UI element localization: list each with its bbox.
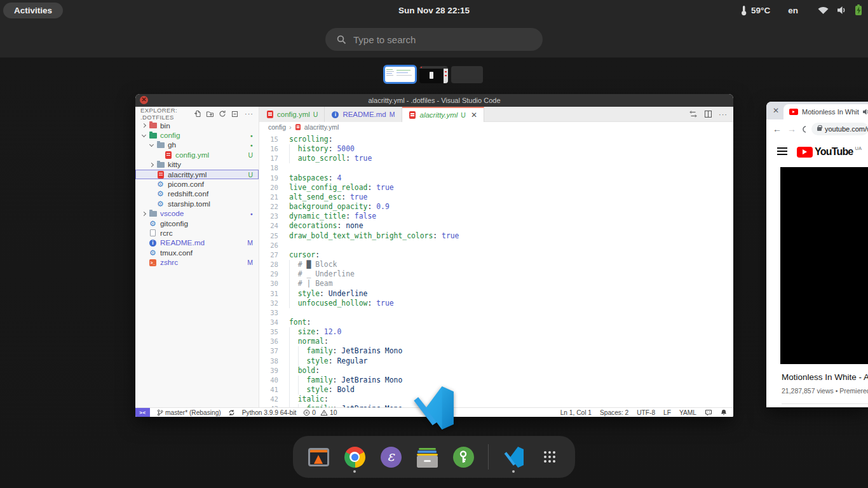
breadcrumb[interactable]: config › alacritty.yml bbox=[259, 122, 733, 132]
reload-button[interactable] bbox=[802, 125, 806, 133]
split-editor-icon[interactable] bbox=[704, 110, 712, 118]
top-bar: Activities Sun Nov 28 22:15 59°C en bbox=[0, 0, 868, 20]
window-close-button[interactable]: ✕ bbox=[140, 96, 148, 104]
dock-item-chrome[interactable] bbox=[342, 440, 367, 473]
dock-item-emacs[interactable]: ε bbox=[378, 440, 403, 473]
code-editor[interactable]: 15scrolling:16 history: 500017 auto_scro… bbox=[259, 132, 733, 407]
chrome-active-tab[interactable]: Motionless In White - bbox=[783, 104, 868, 119]
dock-divider bbox=[488, 444, 489, 470]
youtube-menu-icon[interactable] bbox=[777, 147, 787, 155]
tree-item-vscode[interactable]: vscode● bbox=[135, 209, 259, 219]
code-line-35: 35 size: 12.0 bbox=[259, 327, 733, 337]
remote-indicator[interactable]: >< bbox=[135, 408, 150, 417]
emacs-icon: ε bbox=[381, 447, 402, 468]
breadcrumb-separator: › bbox=[289, 123, 292, 131]
tree-item-rcrc[interactable]: rcrc bbox=[135, 228, 259, 238]
tab-alacritty.yml[interactable]: alacritty.ymlU✕ bbox=[402, 107, 485, 122]
editor-more-actions[interactable]: ··· bbox=[719, 111, 728, 118]
line-number: 35 bbox=[259, 327, 289, 337]
tree-item-gh[interactable]: gh● bbox=[135, 140, 259, 150]
line-number: 40 bbox=[259, 376, 289, 385]
yaml-icon bbox=[156, 170, 165, 179]
tree-item-bin[interactable]: bin bbox=[135, 121, 259, 130]
explorer-sidebar: EXPLORER: .DOTFILES ··· binconfig●gh●con… bbox=[135, 107, 259, 407]
line-number: 24 bbox=[259, 221, 289, 231]
sync-button[interactable] bbox=[228, 409, 235, 416]
video-title: Motionless In White - Anot bbox=[782, 372, 868, 382]
tree-item-zshrc[interactable]: >_zshrcM bbox=[135, 257, 259, 267]
dock-item-files[interactable] bbox=[414, 440, 440, 473]
activities-button[interactable]: Activities bbox=[3, 3, 63, 18]
workspace-thumbnail-2[interactable] bbox=[419, 66, 448, 83]
address-bar[interactable]: youtube.com/wa bbox=[811, 123, 868, 135]
code-line-28: 28 # █ Block bbox=[259, 260, 733, 269]
file-icon bbox=[149, 229, 157, 237]
code-line-33: 33 bbox=[259, 308, 733, 318]
line-number: 36 bbox=[259, 337, 289, 346]
tree-item-alacritty.yml[interactable]: alacritty.ymlU bbox=[135, 170, 259, 179]
volume-icon bbox=[837, 6, 847, 15]
tab-close-icon[interactable]: ✕ bbox=[471, 111, 477, 119]
dock-item-alacritty[interactable] bbox=[306, 440, 331, 473]
notifications-bell-icon[interactable] bbox=[721, 409, 727, 416]
problems-status[interactable]: 0 10 bbox=[303, 409, 337, 416]
running-indicator bbox=[353, 470, 356, 473]
breadcrumb-folder[interactable]: config bbox=[268, 123, 286, 131]
tree-item-tmux.conf[interactable]: ⚙tmux.conf bbox=[135, 248, 259, 257]
tree-item-config[interactable]: config● bbox=[135, 130, 259, 140]
dock-item-vscode[interactable] bbox=[501, 440, 526, 473]
feedback-icon[interactable] bbox=[705, 409, 712, 416]
tree-item-starship.toml[interactable]: ⚙starship.toml bbox=[135, 199, 259, 208]
url-text: youtube.com/wa bbox=[825, 125, 868, 133]
line-number: 33 bbox=[259, 308, 289, 318]
dock-item-passwords[interactable] bbox=[451, 440, 476, 473]
tab-label: README.md bbox=[342, 111, 386, 118]
youtube-logo[interactable]: YouTube UA bbox=[797, 146, 862, 158]
new-folder-icon[interactable] bbox=[206, 110, 214, 118]
search-icon bbox=[337, 35, 346, 44]
line-number: 15 bbox=[259, 135, 289, 144]
dock-item-app-grid[interactable] bbox=[537, 440, 562, 473]
status-eol[interactable]: LF bbox=[663, 409, 671, 416]
chevron-spacer bbox=[140, 240, 147, 247]
tree-item-gitconfig[interactable]: ⚙gitconfig bbox=[135, 219, 259, 228]
code-line-38: 38 style: Regular bbox=[259, 356, 733, 366]
open-changes-icon[interactable] bbox=[689, 110, 698, 118]
clock[interactable]: Sun Nov 28 22:15 bbox=[398, 6, 470, 15]
git-branch-status[interactable]: master* (Rebasing) bbox=[157, 409, 221, 416]
line-number: 31 bbox=[259, 289, 289, 299]
new-file-icon[interactable] bbox=[194, 110, 201, 118]
tab-config.yml[interactable]: config.ymlU bbox=[259, 107, 325, 122]
tree-item-kitty[interactable]: kitty bbox=[135, 160, 259, 170]
tab-README.md[interactable]: iREADME.mdM bbox=[325, 107, 402, 122]
tab-audio-icon[interactable] bbox=[863, 109, 868, 115]
search-input[interactable]: Type to search bbox=[325, 28, 543, 51]
other-tab-close-icon[interactable]: ✕ bbox=[773, 107, 779, 114]
tree-item-README.md[interactable]: iREADME.mdM bbox=[135, 238, 259, 248]
tree-item-redshift.conf[interactable]: ⚙redshift.conf bbox=[135, 189, 259, 199]
tree-item-label: redshift.conf bbox=[168, 189, 208, 198]
folder-icon bbox=[156, 141, 165, 149]
vscode-titlebar[interactable]: ✕ alacritty.yml - .dotfiles - Visual Stu… bbox=[135, 94, 733, 107]
status-language-mode[interactable]: YAML bbox=[679, 409, 696, 416]
workspace-thumbnail-1[interactable] bbox=[383, 65, 417, 84]
status-encoding[interactable]: UTF-8 bbox=[637, 409, 655, 416]
tree-item-picom.conf[interactable]: ⚙picom.conf bbox=[135, 179, 259, 189]
forward-button[interactable]: → bbox=[787, 124, 796, 134]
code-line-19: 19tabspaces: 4 bbox=[259, 173, 733, 183]
vscode-logo-large[interactable] bbox=[412, 386, 455, 430]
back-button[interactable]: ← bbox=[773, 124, 782, 134]
refresh-icon[interactable] bbox=[219, 110, 226, 118]
python-interpreter-status[interactable]: Python 3.9.9 64-bit bbox=[242, 409, 297, 416]
system-status-area[interactable]: 59°C en bbox=[740, 5, 862, 16]
collapse-folders-icon[interactable] bbox=[231, 110, 238, 118]
workspace-thumbnail-3[interactable] bbox=[451, 66, 483, 83]
breadcrumb-file[interactable]: alacritty.yml bbox=[304, 123, 339, 131]
tree-item-config.yml[interactable]: config.ymlU bbox=[135, 150, 259, 159]
status-indentation[interactable]: Spaces: 2 bbox=[600, 409, 628, 416]
temperature-label: 59°C bbox=[751, 6, 770, 15]
status-cursor-position[interactable]: Ln 1, Col 1 bbox=[560, 409, 592, 416]
video-player[interactable] bbox=[780, 167, 868, 364]
vscode-window: ✕ alacritty.yml - .dotfiles - Visual Stu… bbox=[135, 94, 733, 417]
explorer-more-actions[interactable]: ··· bbox=[245, 110, 254, 118]
